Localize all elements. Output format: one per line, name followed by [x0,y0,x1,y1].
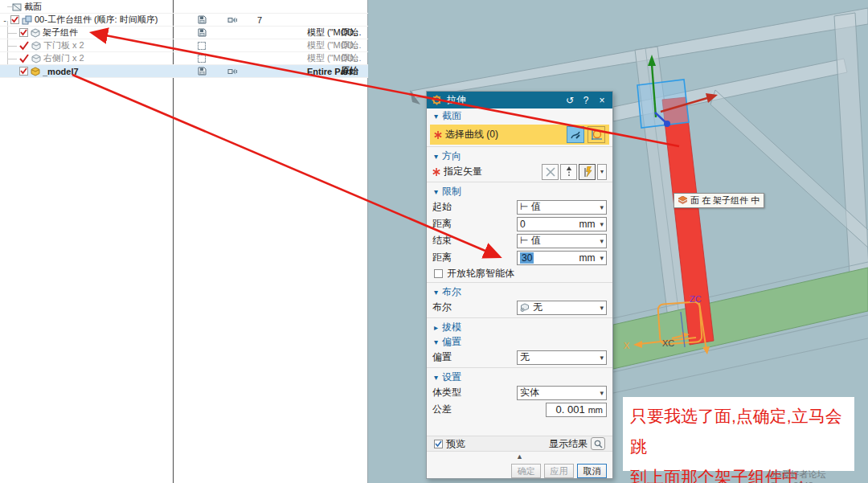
tolerance-row: 公差 0. 001mm [427,401,612,418]
section-header-limits[interactable]: 限制 [427,184,612,199]
start-dropdown[interactable]: ⊢ 值 [517,200,607,215]
dialog-titlebar[interactable]: 拉伸 ↺ ? × [427,92,612,108]
dialog-buttons: 确定 应用 取消 [427,461,612,478]
count-badge: 7 [257,15,262,25]
checkbox-checked[interactable] [10,15,19,24]
ok-button[interactable]: 确定 [511,464,541,478]
required-icon [432,168,440,176]
body-type-label: 体类型 [432,386,461,399]
section-header-direction[interactable]: 方向 [427,149,612,163]
boolean-none-icon [520,303,530,312]
section-header-draft[interactable]: 拔模 [427,320,612,334]
vector-icon [564,166,574,177]
tree-item-label: 截面 [24,1,42,13]
apply-button[interactable]: 应用 [544,464,574,478]
open-profile-row[interactable]: 开放轮廓智能体 [427,266,612,280]
offset-dropdown[interactable]: 无 [517,350,607,365]
save-icon [198,28,207,37]
section-header-section[interactable]: 截面 [427,108,612,123]
tree-row-component[interactable]: 右侧门 x 2 模型 ("MOD... 原始 [0,52,368,65]
section-header-settings[interactable]: 设置 [427,370,612,384]
tree-row-section[interactable]: 截面 [0,1,368,14]
boolean-label: 布尔 [432,301,452,314]
wcs-label-zc: ZC [690,294,702,304]
preview-row: 预览 显示结果 [427,436,612,452]
show-result-button[interactable] [591,437,605,450]
checkbox-unchecked[interactable] [434,269,443,278]
axis-z-ball [664,121,670,127]
section-header-offset[interactable]: 偏置 [427,334,612,349]
part-icon [31,28,40,38]
ref-cell: 原始 [341,52,358,64]
section-header-boolean[interactable]: 布尔 [427,284,612,299]
start-label: 起始 [432,200,452,214]
loaded-state-icon [227,16,238,24]
part-icon [31,41,41,51]
annotation-note: 只要我选了面,点确定,立马会跳 到上面那个架子组件中. [623,397,854,471]
tolerance-field[interactable]: 0. 001mm [546,403,607,417]
tree-item-label: 下门板 x 2 [43,39,84,51]
body-type-row: 体类型 实体 [427,384,612,401]
assembly-icon [22,15,32,25]
unloaded-icon [198,42,206,50]
magnifier-icon [594,440,603,448]
required-icon [434,131,442,139]
preview-label: 预览 [446,437,465,451]
check-icon [435,440,442,448]
offset-label: 偏置 [432,350,452,364]
selected-value[interactable]: 30 [520,252,534,264]
collapse-chevron[interactable]: ▲ [427,452,612,461]
check-icon [20,29,27,36]
check-icon [11,16,18,23]
checkbox-checked[interactable] [434,440,443,448]
end-row: 结束 ⊢ 值 [427,232,612,249]
checkbox-checked[interactable] [19,67,28,76]
distance-label: 距离 [432,217,452,231]
work-part-icon [31,67,40,76]
show-result-label: 显示结果 [549,437,588,451]
loaded-state-icon [227,68,238,76]
part-icon [31,54,41,63]
curve-select-button[interactable] [567,126,584,143]
open-profile-label: 开放轮廓智能体 [447,267,514,280]
face-icon [678,196,687,205]
checkbox-checked[interactable] [19,28,28,37]
reset-button[interactable]: ↺ [564,95,575,106]
start-row: 起始 ⊢ 值 [427,199,612,215]
end-dropdown[interactable]: ⊢ 值 [517,234,607,248]
select-curve-row[interactable]: 选择曲线 (0) [430,125,609,145]
end-distance-field[interactable]: 30mm [517,251,607,265]
check-icon[interactable] [19,54,29,63]
tooltip-text: 面 在 架子组件 中 [690,194,760,207]
section-icon [12,2,22,11]
tolerance-label: 公差 [432,403,452,416]
help-button[interactable]: ? [580,95,592,106]
ref-cell: 原始 [341,39,358,51]
vector-clear-button[interactable] [542,164,559,180]
body-type-dropdown[interactable]: 实体 [517,386,607,400]
tree-row-assembly-root[interactable]: - 00-工作台组件 (顺序: 时间顺序) 7 [0,14,368,27]
tree-row-component[interactable]: 下门板 x 2 模型 ("MOD... 原始 [0,39,368,52]
ref-cell: 原始 [341,65,358,77]
boolean-dropdown[interactable]: 无 [517,301,607,315]
dialog-body: 截面 选择曲线 (0) 方向 指定矢量 [427,108,612,436]
wcs-label-x: X [624,341,630,350]
start-distance-field[interactable]: 0mm [517,217,607,231]
vector-inferred-button[interactable] [579,164,596,180]
extrude-dialog: 拉伸 ↺ ? × 截面 选择曲线 (0) 方向 [426,91,613,479]
check-icon[interactable] [19,41,29,51]
distance-label: 距离 [432,251,452,264]
dialog-title: 拉伸 [447,93,466,107]
close-button[interactable]: × [596,95,608,106]
tree-row-component[interactable]: 架子组件 模型 ("MOD... 原始 [0,27,368,39]
tree-row-work-part[interactable]: _model7 Entire Part 原始 [0,65,368,78]
vector-dialog-button[interactable] [560,164,577,180]
tree-item-label: 00-工作台组件 (顺序: 时间顺序) [35,14,158,26]
expander-icon[interactable]: - [2,15,8,25]
check-icon [20,68,27,75]
end-label: 结束 [432,234,452,248]
sketch-section-button[interactable] [588,126,605,143]
cancel-button[interactable]: 取消 [577,464,607,478]
vector-dropdown-button[interactable]: ▾ [597,164,607,180]
specify-vector-row: 指定矢量 ▾ [427,163,612,180]
